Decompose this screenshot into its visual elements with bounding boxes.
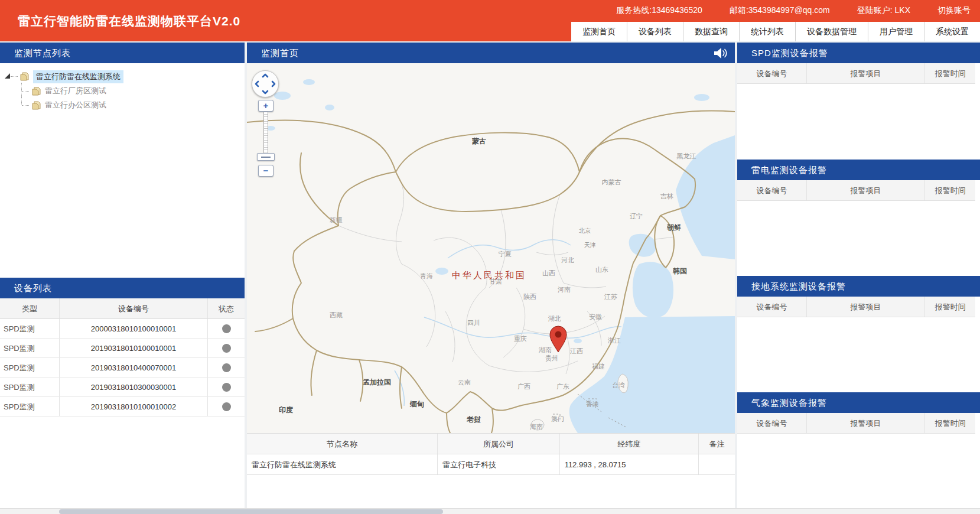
device-list-panel-header: 设备列表 [0,278,245,298]
nav-tab-4[interactable]: 统计列表 [739,22,795,41]
col-node-name: 节点名称 [247,434,437,454]
china-map: 黑龙江吉林辽宁内蒙古新疆西藏青海甘肃宁夏陕西山西河北山东河南江苏安徽湖北重庆四川… [247,63,735,433]
scrollbar-thumb[interactable] [59,509,443,514]
map-zoom-slider-handle[interactable] [257,153,275,161]
alarm-col-2: 报警项目 [806,180,926,200]
device-row-4[interactable]: SPD监测20190318010300030001 [0,378,245,397]
alarm-panel-grounding: 接地系统监测设备报警设备编号报警项目报警时间 [737,276,980,392]
device-id: 20190318010100010002 [59,397,208,416]
map-canvas[interactable]: 黑龙江吉林辽宁内蒙古新疆西藏青海甘肃宁夏陕西山西河北山东河南江苏安徽湖北重庆四川… [247,63,735,433]
map-label-province: 西藏 [330,311,343,318]
alarm-panel-header-grounding: 接地系统监测设备报警 [737,276,980,297]
status-dot-offline [222,324,231,333]
nav-tab-1[interactable]: 监测首页 [571,22,627,41]
device-row-2[interactable]: SPD监测20190318010100010001 [0,339,245,358]
map-panel-title: 监测首页 [261,48,299,58]
node-info-table-header: 节点名称 所属公司 经纬度 备注 [247,434,735,454]
map-label-province: 内蒙古 [602,178,621,186]
alarm-col-1: 设备编号 [737,180,806,200]
device-row-1[interactable]: SPD监测20000318010100010001 [0,319,245,339]
alarm-col-3: 报警时间 [925,63,975,83]
device-type: SPD监测 [0,397,59,416]
map-label-province: 广东 [556,383,569,390]
node-info-table: 节点名称 所属公司 经纬度 备注 雷立行防雷在线监测系统 雷立行电子科技 112… [247,433,735,475]
center-column: 监测首页 [247,43,735,508]
map-zoom-slider-track[interactable] [263,112,268,158]
tree-child-node-1[interactable]: 雷立行厂房区测试 [12,84,242,98]
device-id: 20190318010100010001 [59,339,208,357]
alarm-table-header-lightning: 设备编号报警项目报警时间 [737,180,975,201]
map-label-country: 印度 [279,406,293,414]
contact-email: 邮箱:3543984997@qq.com [730,5,830,16]
left-column: 监测节点列表 雷立行防雷在线监测系统 雷立行厂房区测试雷立行办公区测试 设备列表… [0,43,245,508]
map-label-province: 安徽 [589,313,602,320]
alarm-panel-header-weather: 气象监测设备报警 [737,392,980,413]
device-row-3[interactable]: SPD监测20190318010400070001 [0,358,245,378]
top-header: 雷立行智能防雷在线监测物联平台V2.0 服务热线:13469436520 邮箱:… [0,0,980,41]
nav-tab-3[interactable]: 数据查询 [683,22,739,41]
device-id: 20000318010100010001 [59,319,208,338]
tree-child-node-2[interactable]: 雷立行办公区测试 [12,98,242,112]
switch-account-button[interactable]: 切换账号 [937,5,971,16]
nav-tab-7[interactable]: 系统设置 [924,22,980,41]
device-status-cell [208,378,245,396]
alarm-col-1: 设备编号 [737,413,806,433]
device-status-cell [208,397,245,416]
device-row-5[interactable]: SPD监测20190318010100010002 [0,397,245,417]
tree-expander-icon[interactable] [5,73,10,79]
folder-icon [31,87,42,96]
tree-root-label[interactable]: 雷立行防雷在线监测系统 [33,70,123,83]
map-label-country: 孟加拉国 [363,378,391,386]
map-label-city: 天津 [584,242,596,248]
folder-icon [31,101,42,110]
map-label-province: 云南 [458,379,471,386]
nav-tab-5[interactable]: 设备数据管理 [795,22,868,41]
map-label-province: 河南 [558,286,571,293]
status-dot-offline [222,383,231,392]
nav-tab-2[interactable]: 设备列表 [627,22,683,41]
alarm-table-body-grounding [737,317,980,392]
col-note: 备注 [698,434,735,454]
map-label-province: 香港 [586,401,599,408]
alarm-panel-header-lightning: 雷电监测设备报警 [737,160,980,180]
company-cell: 雷立行电子科技 [437,454,559,474]
coordinates-cell: 112.993 , 28.0715 [559,454,698,474]
col-company: 所属公司 [437,434,559,454]
map-label-province: 重庆 [514,335,527,342]
map-zoom-out-button[interactable]: − [258,165,274,177]
map-label-province: 江苏 [604,293,617,300]
alarm-col-1: 设备编号 [737,297,806,317]
tree-connector [11,76,18,77]
node-tree: 雷立行防雷在线监测系统 雷立行厂房区测试雷立行办公区测试 [0,63,245,278]
map-label-province: 辽宁 [630,213,643,220]
map-pan-control[interactable] [252,70,279,97]
col-coordinates: 经纬度 [559,434,698,454]
nav-tab-6[interactable]: 用户管理 [868,22,924,41]
tree-root-node[interactable]: 雷立行防雷在线监测系统 [4,69,242,84]
map-label-province: 四川 [467,319,480,326]
map-label-province: 湖北 [548,315,561,322]
alarm-col-2: 报警项目 [806,413,926,433]
map-zoom-in-button[interactable]: + [258,100,274,112]
horizontal-scrollbar [0,508,980,514]
map-label-country: 蒙古 [472,137,486,145]
tree-child-label[interactable]: 雷立行办公区测试 [45,100,106,110]
volume-icon[interactable] [712,47,728,60]
map-label-province: 福建 [592,363,605,370]
tree-child-label[interactable]: 雷立行厂房区测试 [45,86,106,96]
map-label-country: 韩国 [672,267,687,275]
map-panel-header: 监测首页 [247,43,735,63]
node-info-row[interactable]: 雷立行防雷在线监测系统 雷立行电子科技 112.993 , 28.0715 [247,454,735,475]
tree-children: 雷立行厂房区测试雷立行办公区测试 [12,84,242,112]
service-hotline: 服务热线:13469436520 [616,5,702,16]
alarm-col-3: 报警时间 [925,180,975,200]
alarm-panel-spd: SPD监测设备报警设备编号报警项目报警时间 [737,43,980,160]
alarm-table-header-spd: 设备编号报警项目报警时间 [737,63,975,84]
map-label-province: 浙江 [608,337,621,344]
map-label-province: 宁夏 [499,251,512,258]
folder-icon [19,72,30,81]
map-label-country: 朝鲜 [666,223,681,232]
map-label-province: 海南 [530,423,543,430]
alarm-panel-lightning: 雷电监测设备报警设备编号报警项目报警时间 [737,160,980,276]
map-label-province: 台湾 [612,382,625,389]
